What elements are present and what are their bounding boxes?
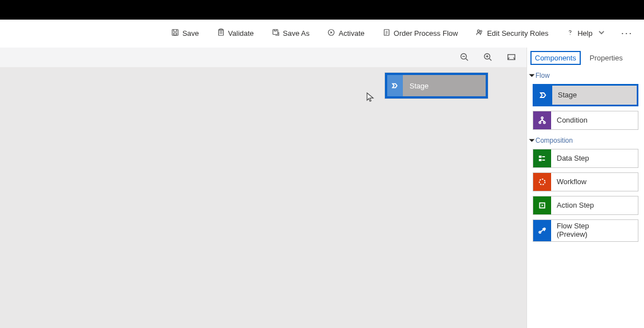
svg-point-7	[478, 30, 480, 32]
save-as-button[interactable]: Save As	[267, 26, 314, 40]
activate-button[interactable]: Activate	[323, 26, 369, 40]
section-header-flow[interactable]: Flow	[527, 71, 644, 82]
component-action-step-label: Action Step	[551, 202, 594, 210]
right-panel: Components Properties Flow Stage Conditi…	[527, 48, 644, 328]
cursor-icon	[366, 92, 374, 102]
help-button[interactable]: Help	[562, 26, 610, 40]
component-data-step-label: Data Step	[551, 154, 589, 163]
zoom-out-button[interactable]	[459, 52, 469, 64]
svg-rect-21	[539, 156, 541, 157]
dragged-stage-label: Stage	[403, 82, 429, 90]
workflow-icon	[533, 173, 551, 191]
svg-point-9	[570, 34, 571, 35]
section-composition-label: Composition	[535, 137, 573, 144]
dragged-stage-tile[interactable]: Stage	[385, 73, 488, 99]
svg-line-14	[490, 59, 492, 61]
validate-label: Validate	[228, 29, 254, 38]
svg-rect-1	[173, 33, 176, 35]
more-menu-button[interactable]: ···	[621, 27, 633, 39]
zoom-in-button[interactable]	[483, 52, 493, 64]
activate-icon	[327, 29, 335, 38]
svg-rect-22	[539, 160, 541, 161]
activate-label: Activate	[339, 29, 364, 38]
flow-step-icon	[533, 220, 551, 241]
svg-point-19	[539, 121, 540, 123]
fit-to-screen-button[interactable]	[506, 52, 516, 64]
save-button[interactable]: Save	[167, 26, 204, 40]
component-action-step[interactable]: Action Step	[533, 196, 638, 215]
collapse-triangle-icon	[529, 74, 535, 77]
people-icon	[476, 29, 483, 38]
validate-button[interactable]: Validate	[213, 26, 258, 40]
stage-icon	[534, 86, 552, 105]
svg-rect-4	[272, 30, 278, 35]
order-icon	[383, 29, 391, 38]
component-flow-step[interactable]: Flow Step (Preview)	[533, 219, 638, 242]
svg-point-25	[539, 179, 545, 185]
component-workflow-label: Workflow	[551, 178, 586, 186]
stage-icon	[387, 75, 403, 96]
save-as-icon	[272, 29, 280, 38]
section-flow-label: Flow	[535, 72, 549, 79]
condition-icon	[533, 111, 551, 129]
order-label: Order Process Flow	[394, 29, 458, 38]
main-area: Stage Components Properties Flow Stage	[0, 48, 644, 328]
chevron-down-icon	[598, 29, 605, 38]
svg-rect-17	[508, 55, 515, 60]
component-data-step[interactable]: Data Step	[533, 149, 638, 168]
zoom-controls	[459, 52, 516, 64]
right-panel-tabs: Components Properties	[527, 48, 644, 71]
data-step-icon	[533, 149, 551, 167]
section-header-composition[interactable]: Composition	[527, 135, 644, 147]
component-workflow[interactable]: Workflow	[533, 172, 638, 191]
component-condition-label: Condition	[551, 116, 587, 125]
app-header-bar	[0, 0, 644, 20]
help-icon	[566, 29, 574, 38]
save-label: Save	[182, 29, 199, 38]
svg-point-8	[480, 30, 482, 32]
svg-point-20	[543, 121, 545, 123]
svg-point-18	[541, 117, 543, 119]
tab-properties[interactable]: Properties	[586, 52, 626, 64]
edit-security-roles-button[interactable]: Edit Security Roles	[471, 26, 553, 40]
toolbar: Save Validate Save As Activate Order Pro…	[0, 20, 644, 48]
edit-roles-label: Edit Security Roles	[487, 29, 548, 38]
order-process-flow-button[interactable]: Order Process Flow	[378, 26, 463, 40]
canvas-header-strip	[0, 48, 527, 67]
component-flow-step-label: Flow Step (Preview)	[551, 222, 589, 239]
save-as-label: Save As	[283, 29, 310, 38]
component-stage[interactable]: Stage	[533, 84, 638, 106]
save-icon	[171, 29, 179, 38]
svg-rect-0	[172, 30, 178, 36]
help-label: Help	[577, 29, 593, 38]
svg-point-27	[539, 231, 540, 233]
design-canvas[interactable]: Stage	[0, 48, 527, 328]
svg-line-11	[466, 59, 468, 61]
collapse-triangle-icon	[529, 139, 535, 142]
action-step-icon	[533, 196, 551, 214]
component-condition[interactable]: Condition	[533, 111, 638, 130]
component-stage-label: Stage	[552, 91, 577, 100]
tab-components[interactable]: Components	[530, 51, 581, 65]
clipboard-icon	[217, 29, 225, 38]
